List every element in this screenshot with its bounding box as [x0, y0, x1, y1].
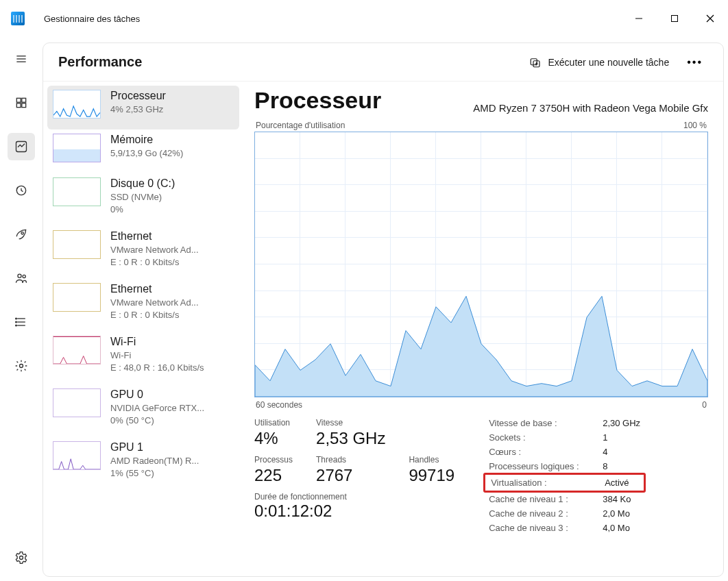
svg-point-13	[21, 232, 23, 234]
run-task-label: Exécuter une nouvelle tâche	[548, 57, 670, 68]
app-title: Gestionnaire des tâches	[44, 14, 140, 24]
property-key: Vitesse de base :	[489, 418, 600, 428]
page-header: Performance Exécuter une nouvelle tâche …	[43, 43, 723, 82]
run-task-icon	[529, 56, 542, 69]
svg-point-19	[16, 318, 17, 319]
sidebar-item-label: Wi-Fi	[110, 336, 204, 348]
page-title: Performance	[58, 54, 142, 70]
property-key: Cache de niveau 1 :	[489, 494, 600, 504]
content-heading: Processeur	[254, 87, 381, 114]
sidebar-item-label: GPU 0	[110, 388, 204, 401]
stat-processes: Processus225	[254, 455, 293, 485]
property-key: Cache de niveau 2 :	[489, 508, 600, 519]
property-value: 384 Ko	[603, 494, 631, 504]
hamburger-menu-button[interactable]	[8, 45, 35, 73]
svg-rect-8	[22, 98, 26, 102]
property-row: Cache de niveau 2 :2,0 Mo	[489, 508, 640, 519]
sidebar-item-wifi[interactable]: Wi-FiWi-Fi E : 48,0 R : 16,0 Kbits/s	[47, 332, 239, 384]
sidebar-item-label: Disque 0 (C:)	[110, 177, 175, 190]
property-value: 4	[603, 447, 607, 457]
nav-users[interactable]	[8, 264, 35, 292]
property-value: 8	[603, 461, 607, 471]
cpu-model: AMD Ryzen 7 3750H with Radeon Vega Mobil…	[473, 102, 708, 114]
property-row: Cœurs :4	[489, 447, 640, 457]
sidebar-item-label: Processeur	[110, 90, 166, 102]
property-key: Sockets :	[489, 432, 600, 443]
nav-startup[interactable]	[8, 221, 35, 248]
settings-button[interactable]	[8, 544, 35, 571]
svg-rect-10	[22, 103, 26, 108]
sidebar-item-label: Ethernet	[110, 283, 199, 295]
svg-point-23	[20, 556, 23, 560]
x-axis-left: 60 secondes	[256, 400, 302, 410]
cpu-properties: Vitesse de base :2,30 GHzSockets :1Cœurs…	[489, 418, 640, 537]
nav-processes[interactable]	[8, 89, 35, 116]
sidebar-item-sub: 5,9/13,9 Go (42%)	[110, 147, 183, 160]
sidebar-item-label: Ethernet	[110, 230, 199, 243]
sidebar-item-label: Mémoire	[110, 134, 183, 146]
cpu-usage-chart[interactable]	[254, 132, 708, 397]
sidebar-item-ethernet-2[interactable]: EthernetVMware Network Ad... E : 0 R : 0…	[47, 279, 239, 332]
property-value: Activé	[605, 478, 629, 488]
highlighted-property: Virtualisation :Activé	[483, 473, 646, 493]
run-new-task-button[interactable]: Exécuter une nouvelle tâche	[529, 56, 670, 69]
property-key: Cœurs :	[489, 447, 600, 457]
property-row: Cache de niveau 3 :4,0 Mo	[489, 523, 640, 533]
perf-sidebar[interactable]: Processeur 4% 2,53 GHz Mémoire5,9/13,9 G…	[43, 82, 239, 576]
property-key: Virtualisation :	[491, 478, 602, 488]
property-row: Virtualisation :Activé	[491, 478, 638, 488]
svg-point-21	[16, 325, 17, 326]
nav-performance[interactable]	[8, 133, 35, 160]
gpu-thumbnail	[53, 388, 101, 417]
nav-rail	[0, 37, 43, 581]
stat-threads: Threads2767	[316, 455, 385, 485]
property-key: Cache de niveau 3 :	[489, 523, 600, 533]
nav-app-history[interactable]	[8, 177, 35, 204]
svg-rect-1	[672, 16, 678, 22]
stat-uptime: Durée de fonctionnement 0:01:12:02	[254, 492, 454, 521]
sidebar-item-ethernet-1[interactable]: EthernetVMware Network Ad... E : 0 R : 0…	[47, 226, 239, 279]
property-value: 1	[603, 432, 607, 443]
chart-y-label: Pourcentage d'utilisation	[256, 121, 345, 130]
titlebar: Gestionnaire des tâches	[0, 0, 728, 37]
disk-thumbnail	[53, 177, 101, 206]
sidebar-item-memory[interactable]: Mémoire5,9/13,9 Go (42%)	[47, 129, 239, 173]
minimize-button[interactable]	[621, 0, 657, 37]
maximize-button[interactable]	[657, 0, 692, 37]
sidebar-item-cpu[interactable]: Processeur 4% 2,53 GHz	[47, 86, 239, 129]
stat-speed: Vitesse2,53 GHz	[316, 418, 385, 448]
sidebar-item-gpu0[interactable]: GPU 0NVIDIA GeForce RTX... 0% (50 °C)	[47, 384, 239, 437]
sidebar-item-disk0[interactable]: Disque 0 (C:)SSD (NVMe) 0%	[47, 173, 239, 226]
property-row: Cache de niveau 1 :384 Ko	[489, 494, 640, 504]
svg-rect-7	[16, 98, 21, 102]
stat-utilization: Utilisation4%	[254, 418, 293, 448]
close-button[interactable]	[692, 0, 728, 37]
svg-point-15	[23, 275, 25, 277]
more-options-button[interactable]: •••	[681, 53, 708, 71]
stat-handles: Handles99719	[409, 455, 454, 485]
gpu-thumbnail	[53, 441, 101, 470]
svg-point-20	[16, 321, 17, 323]
nav-details[interactable]	[8, 308, 35, 336]
sidebar-item-sub: Wi-Fi E : 48,0 R : 16,0 Kbits/s	[110, 349, 204, 373]
svg-rect-9	[16, 103, 21, 108]
property-value: 2,30 GHz	[603, 418, 640, 428]
main-panel: Performance Exécuter une nouvelle tâche …	[43, 42, 724, 577]
property-value: 2,0 Mo	[603, 508, 630, 519]
sidebar-item-sub: 4% 2,53 GHz	[110, 103, 166, 116]
content: Processeur AMD Ryzen 7 3750H with Radeon…	[239, 82, 723, 576]
x-axis-right: 0	[702, 400, 707, 410]
memory-thumbnail	[53, 134, 101, 162]
window-controls	[621, 0, 728, 37]
nav-services[interactable]	[8, 352, 35, 380]
property-row: Sockets :1	[489, 432, 640, 443]
property-row: Vitesse de base :2,30 GHz	[489, 418, 640, 428]
sidebar-item-sub: SSD (NVMe) 0%	[110, 191, 175, 215]
property-row: Processeurs logiques :8	[489, 461, 640, 471]
wifi-thumbnail	[53, 336, 101, 364]
ethernet-thumbnail	[53, 283, 101, 312]
sidebar-item-sub: NVIDIA GeForce RTX... 0% (50 °C)	[110, 402, 204, 426]
chart-y-max: 100 %	[683, 121, 707, 130]
sidebar-item-gpu1[interactable]: GPU 1AMD Radeon(TM) R... 1% (55 °C)	[47, 437, 239, 490]
sidebar-item-label: GPU 1	[110, 441, 199, 454]
